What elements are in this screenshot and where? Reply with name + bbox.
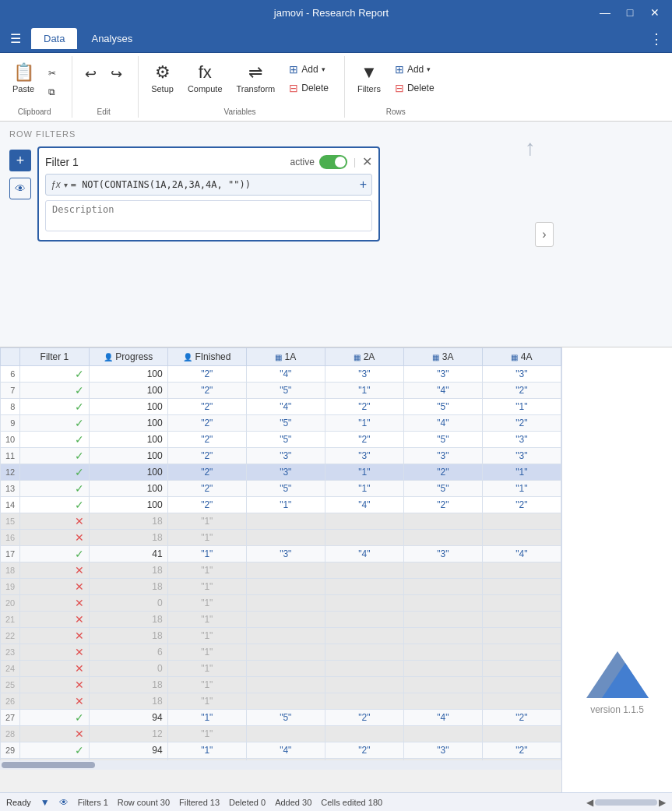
- cell-rownum: 20: [1, 595, 20, 612]
- cell-2a: "1": [325, 481, 403, 497]
- table-row[interactable]: 12✓100"2""3""1""2""1": [1, 464, 561, 481]
- setup-icon: ⚙: [155, 62, 171, 83]
- cut-button[interactable]: ✂: [42, 65, 62, 81]
- tab-analyses[interactable]: Analyses: [79, 28, 145, 49]
- check-icon: ✓: [75, 368, 84, 380]
- table-row[interactable]: 10✓100"2""5""2""5""3": [1, 432, 561, 448]
- col-header-3a: ▦ 3A: [403, 348, 482, 366]
- filter-toggle[interactable]: [319, 155, 347, 169]
- h-scrollbar[interactable]: [0, 760, 561, 770]
- fx-arrow-icon[interactable]: ▾: [64, 181, 68, 189]
- table-row[interactable]: 6✓100"2""4""3""3""3": [1, 366, 561, 383]
- grid-wrapper[interactable]: Filter 1 👤 Progress 👤 FInished ▦ 1A ▦ 2A: [0, 347, 561, 760]
- copy-button[interactable]: ⧉: [42, 84, 62, 100]
- table-row[interactable]: 13✓100"2""5""1""5""1": [1, 481, 561, 497]
- bottom-scrollbar-thumb[interactable]: [595, 799, 657, 806]
- table-row[interactable]: 20✕0"1": [1, 595, 561, 612]
- cell-progress: 18: [89, 677, 167, 693]
- h-scrollbar-thumb[interactable]: [2, 762, 95, 768]
- status-filter-icon[interactable]: ▼: [40, 797, 50, 808]
- cell-progress: 100: [89, 432, 167, 448]
- menu-more-button[interactable]: ⋮: [644, 26, 669, 51]
- filter-add-button[interactable]: +: [9, 150, 31, 171]
- edit-group: ↩ ↪ Edit: [79, 56, 139, 118]
- table-row[interactable]: 23✕6"1": [1, 644, 561, 661]
- table-row[interactable]: 18✕18"1": [1, 562, 561, 579]
- col-header-rownum: [1, 348, 20, 366]
- rows-add-button[interactable]: ⊞ Add ▾: [389, 61, 441, 78]
- cell-progress: 100: [89, 366, 167, 383]
- nav-right-button[interactable]: ▶: [659, 797, 666, 808]
- filter-close-button[interactable]: ✕: [362, 154, 372, 169]
- cell-progress: 12: [89, 726, 167, 742]
- redo-button[interactable]: ↪: [104, 59, 128, 89]
- table-row[interactable]: 24✕0"1": [1, 661, 561, 677]
- upload-button[interactable]: ↑: [513, 131, 547, 165]
- expand-button[interactable]: ›: [535, 222, 554, 247]
- cell-rownum: 16: [1, 530, 20, 546]
- table-row[interactable]: 26✕18"1": [1, 693, 561, 710]
- status-eye-icon[interactable]: 👁: [59, 797, 69, 808]
- formula-text[interactable]: = NOT(CONTAINS(1A,2A,3A,4A, "")): [71, 179, 357, 190]
- cell-4a: [482, 530, 561, 546]
- table-row[interactable]: 19✕18"1": [1, 579, 561, 595]
- paste-label: Paste: [12, 84, 34, 93]
- table-row[interactable]: 25✕18"1": [1, 677, 561, 693]
- maximize-button[interactable]: □: [619, 2, 641, 23]
- cell-2a: "2": [325, 432, 403, 448]
- cell-2a: [325, 726, 403, 742]
- cell-finished: "1": [167, 726, 246, 742]
- table-row[interactable]: 16✕18"1": [1, 530, 561, 546]
- rows-delete-button[interactable]: ⊟ Delete: [389, 79, 441, 97]
- undo-button[interactable]: ↩: [79, 59, 103, 89]
- table-row[interactable]: 7✓100"2""5""1""4""2": [1, 383, 561, 399]
- cell-1a: "1": [246, 497, 325, 513]
- compute-button[interactable]: fx Compute: [181, 59, 229, 97]
- minimize-button[interactable]: —: [594, 2, 616, 23]
- table-row[interactable]: 8✓100"2""4""2""5""1": [1, 399, 561, 415]
- hamburger-menu[interactable]: ☰: [3, 26, 28, 51]
- cell-rownum: 15: [1, 513, 20, 530]
- table-row[interactable]: 9✓100"2""5""1""4""2": [1, 415, 561, 432]
- cell-progress: 100: [89, 481, 167, 497]
- filter-card-1: Filter 1 active | ✕ ƒx ▾ = NOT(CONTAINS(…: [37, 146, 380, 242]
- table-row[interactable]: 15✕18"1": [1, 513, 561, 530]
- cell-2a: "2": [325, 710, 403, 726]
- table-row[interactable]: 29✓94"1""4""2""3""2": [1, 742, 561, 759]
- compute-icon: fx: [199, 62, 212, 83]
- table-row[interactable]: 11✓100"2""3""3""3""3": [1, 448, 561, 464]
- filter-eye-button[interactable]: 👁: [9, 178, 31, 199]
- tab-data[interactable]: Data: [31, 28, 77, 49]
- table-row[interactable]: 17✓41"1""3""4""3""4": [1, 546, 561, 562]
- cell-filter: ✕: [20, 612, 89, 628]
- nav-left-button[interactable]: ◀: [586, 797, 593, 808]
- copy-icon: ⧉: [48, 86, 55, 97]
- col-header-4a: ▦ 4A: [482, 348, 561, 366]
- check-icon: ✓: [75, 711, 84, 724]
- table-row[interactable]: 27✓94"1""5""2""4""2": [1, 710, 561, 726]
- filters-button[interactable]: ▼ Filters: [351, 59, 387, 97]
- cell-3a: "4": [403, 415, 482, 432]
- cell-rownum: 27: [1, 710, 20, 726]
- close-button[interactable]: ✕: [644, 2, 666, 23]
- cell-filter: ✕: [20, 513, 89, 530]
- filter-active-label: active: [290, 157, 315, 167]
- formula-plus-button[interactable]: +: [360, 178, 367, 192]
- cell-finished: "2": [167, 432, 246, 448]
- filter-description[interactable]: [45, 200, 372, 231]
- cross-icon: ✕: [75, 629, 84, 642]
- table-row[interactable]: 22✕18"1": [1, 628, 561, 644]
- transform-button[interactable]: ⇌ Transform: [230, 59, 282, 97]
- status-added: Added 30: [275, 798, 311, 807]
- variables-add-button[interactable]: ⊞ Add ▾: [283, 61, 335, 78]
- ribbon: 📋 Paste ✂ ⧉ Clipboard ↩ ↪ Edit: [0, 53, 672, 122]
- status-bar: Ready ▼ 👁 Filters 1 Row count 30 Filtere…: [0, 792, 672, 811]
- variables-delete-button[interactable]: ⊟ Delete: [283, 79, 335, 97]
- paste-button[interactable]: 📋 Paste: [6, 59, 40, 97]
- cell-4a: [482, 612, 561, 628]
- table-row[interactable]: 28✕12"1": [1, 726, 561, 742]
- variables-buttons: ⚙ Setup fx Compute ⇌ Transform ⊞ Add ▾ ⊟: [145, 59, 335, 97]
- table-row[interactable]: 14✓100"2""1""4""2""2": [1, 497, 561, 513]
- setup-button[interactable]: ⚙ Setup: [145, 59, 180, 97]
- table-row[interactable]: 21✕18"1": [1, 612, 561, 628]
